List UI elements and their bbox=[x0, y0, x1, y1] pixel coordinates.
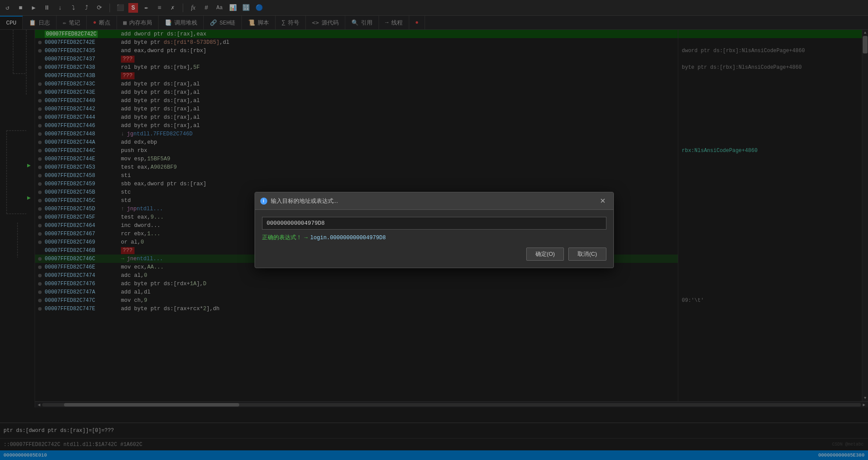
dialog-validation-result: login.000000000004979D8 bbox=[310, 235, 386, 241]
dialog-cancel-button[interactable]: 取消(C) bbox=[568, 248, 606, 261]
dialog-body: 正确的表达式！ → login.000000000004979D8 确定(O) … bbox=[255, 210, 613, 268]
dialog-overlay: i 输入目标的地址或表达式... ✕ 正确的表达式！ → login.00000… bbox=[0, 0, 868, 460]
dialog-validation: 正确的表达式！ → login.000000000004979D8 bbox=[262, 234, 606, 241]
dialog-expression-input[interactable] bbox=[262, 217, 606, 230]
dialog-title-text: 输入目标的地址或表达式... bbox=[271, 197, 338, 205]
dialog-close-button[interactable]: ✕ bbox=[597, 196, 608, 206]
dialog-validation-arrow: → bbox=[305, 235, 308, 241]
dialog-title-icon: i bbox=[260, 198, 267, 205]
dialog-title-bar: i 输入目标的地址或表达式... ✕ bbox=[255, 192, 613, 210]
dialog-confirm-button[interactable]: 确定(O) bbox=[526, 248, 564, 261]
dialog-title: i 输入目标的地址或表达式... bbox=[260, 197, 338, 205]
dialog-validation-text: 正确的表达式！ bbox=[262, 234, 302, 241]
goto-dialog: i 输入目标的地址或表达式... ✕ 正确的表达式！ → login.00000… bbox=[255, 192, 614, 268]
dialog-buttons: 确定(O) 取消(C) bbox=[262, 248, 606, 261]
